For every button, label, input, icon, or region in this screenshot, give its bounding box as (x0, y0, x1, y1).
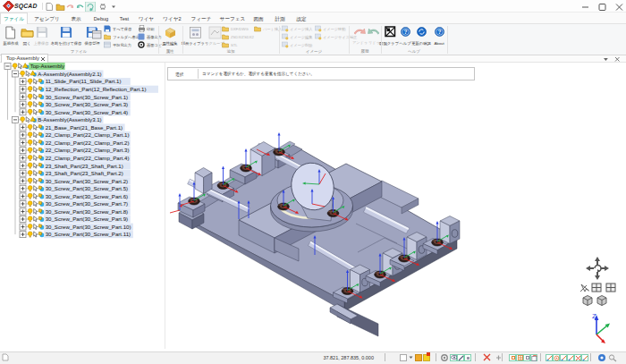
svg-text:11_Slide_Part(11_Slide_Part.1): 11_Slide_Part(11_Slide_Part.1) (46, 78, 122, 84)
svg-text:SQCAD: SQCAD (14, 3, 38, 10)
svg-text:22_Clamp_Part(22_Clamp_Part.2): 22_Clamp_Part(22_Clamp_Part.2) (46, 140, 130, 146)
svg-text:Z: Z (592, 312, 596, 320)
svg-text:30_Screw_Part(30_Screw_Part.3): 30_Screw_Part(30_Screw_Part.3) (46, 101, 128, 107)
svg-text:?: ? (404, 29, 408, 35)
svg-text:30_Screw_Part(30_Screw_Part.5): 30_Screw_Part(30_Screw_Part.5) (46, 185, 128, 191)
svg-text:30_Screw_Part(30_Screw_Part.11: 30_Screw_Part(30_Screw_Part.11) (46, 231, 131, 237)
svg-text:30_Screw_Part(30_Screw_Part.10: 30_Screw_Part(30_Screw_Part.10) (46, 224, 131, 230)
svg-text:12_Reflection_Part(12_Reflecti: 12_Reflection_Part(12_Reflection_Part.1) (46, 86, 147, 92)
svg-text:Top-Assembly: Top-Assembly (30, 63, 65, 69)
svg-text:30_Screw_Part(30_Screw_Part.7): 30_Screw_Part(30_Screw_Part.7) (46, 200, 128, 207)
svg-text:B-Assembly(Assembly3.1): B-Assembly(Assembly3.1) (38, 116, 101, 123)
svg-text:30_Screw_Part(30_Screw_Part.2): 30_Screw_Part(30_Screw_Part.2) (46, 178, 128, 184)
svg-text:22_Clamp_Part(22_Clamp_Part.3): 22_Clamp_Part(22_Clamp_Part.3) (46, 147, 130, 153)
svg-text:30_Screw_Part(30_Screw_Part.9): 30_Screw_Part(30_Screw_Part.9) (46, 216, 128, 222)
svg-text:22_Clamp_Part(22_Clamp_Part.1): 22_Clamp_Part(22_Clamp_Part.1) (46, 131, 130, 138)
svg-text:23_Shaft_Part(23_Shaft_Part.2): 23_Shaft_Part(23_Shaft_Part.2) (46, 170, 123, 176)
svg-text:23_Shaft_Part(23_Shaft_Part.1): 23_Shaft_Part(23_Shaft_Part.1) (46, 163, 123, 169)
svg-text:30_Screw_Part(30_Screw_Part.1): 30_Screw_Part(30_Screw_Part.1) (46, 94, 128, 100)
svg-text:A-Assembly(Assembly2.1): A-Assembly(Assembly2.1) (38, 71, 101, 77)
svg-text:22_Clamp_Part(22_Clamp_Part.4): 22_Clamp_Part(22_Clamp_Part.4) (46, 155, 130, 161)
svg-text:30_Screw_Part(30_Screw_Part.8): 30_Screw_Part(30_Screw_Part.8) (46, 208, 128, 215)
svg-text:30_Screw_Part(30_Screw_Part.4): 30_Screw_Part(30_Screw_Part.4) (46, 109, 128, 115)
svg-text:30_Screw_Part(30_Screw_Part.6): 30_Screw_Part(30_Screw_Part.6) (46, 193, 128, 199)
svg-text:?: ? (438, 29, 442, 35)
svg-text:21_Base_Part(21_Base_Part.1): 21_Base_Part(21_Base_Part.1) (46, 124, 123, 131)
